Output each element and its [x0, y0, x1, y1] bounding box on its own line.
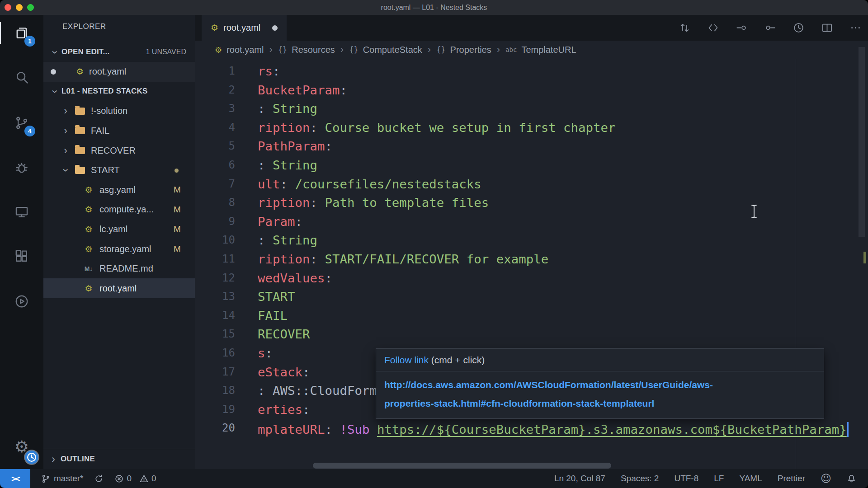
indentation-indicator[interactable]: Spaces: 2 — [621, 474, 659, 483]
line-number[interactable]: 9 — [195, 212, 235, 231]
code-line[interactable]: 13START — [195, 287, 868, 306]
line-number[interactable]: 17 — [195, 363, 235, 382]
line-number[interactable]: 6 — [195, 156, 235, 175]
line-number[interactable]: 7 — [195, 175, 235, 194]
close-button[interactable] — [5, 4, 11, 11]
split-editor-icon[interactable] — [821, 22, 833, 34]
tooltip-url-line[interactable]: properties-stack.html#cfn-cloudformation… — [384, 394, 816, 413]
code-line[interactable]: 20mplateURL: !Sub https://${CourseBucket… — [195, 419, 868, 438]
warning-count: 0 — [151, 474, 156, 483]
tree-file-asg-yaml[interactable]: ⚙asg.yamlM — [43, 180, 195, 200]
search-button[interactable] — [11, 66, 33, 88]
braces-icon: {} — [349, 45, 358, 54]
code-line[interactable]: 14FAIL — [195, 306, 868, 325]
zoom-button[interactable] — [27, 4, 34, 11]
tab-root-yaml[interactable]: ⚙ root.yaml — [202, 15, 287, 41]
code-line[interactable]: 8ription: Path to template files — [195, 193, 868, 212]
file-history-icon[interactable] — [793, 22, 805, 34]
traffic-lights — [5, 0, 34, 15]
angle-brackets-icon[interactable] — [707, 22, 719, 34]
eol-indicator[interactable]: LF — [714, 474, 724, 483]
breadcrumb-item[interactable]: ComputeStack — [363, 45, 422, 55]
tree-folder-recover[interactable]: ›RECOVER — [43, 141, 195, 160]
tree-folder-fail[interactable]: ›FAIL — [43, 121, 195, 141]
tree-file-storage-yaml[interactable]: ⚙storage.yamlM — [43, 239, 195, 259]
line-number[interactable]: 1 — [195, 62, 235, 81]
code-line[interactable]: 6: String — [195, 156, 868, 175]
vertical-scrollbar[interactable] — [859, 47, 865, 237]
item-label: lc.yaml — [99, 224, 127, 235]
breadcrumb-item[interactable]: TemplateURL — [521, 45, 576, 55]
next-change-icon[interactable] — [764, 22, 776, 34]
formatter-indicator[interactable]: Prettier — [778, 474, 805, 483]
code-line[interactable]: 15RECOVER — [195, 325, 868, 344]
code-line[interactable]: 4ription: Course bucket we setup in firs… — [195, 118, 868, 137]
previous-change-icon[interactable] — [736, 22, 748, 34]
line-number[interactable]: 12 — [195, 269, 235, 288]
remote-indicator[interactable]: >< — [0, 469, 30, 488]
git-branch-indicator[interactable]: master* — [41, 474, 83, 483]
status-right-items: Ln 20, Col 87Spaces: 2UTF-8LFYAMLPrettie… — [554, 474, 805, 483]
more-actions-icon[interactable] — [849, 22, 862, 34]
minimize-button[interactable] — [16, 4, 23, 11]
tree-file-lc-yaml[interactable]: ⚙lc.yamlM — [43, 219, 195, 239]
notifications-bell-icon[interactable] — [847, 474, 856, 483]
line-number[interactable]: 4 — [195, 118, 235, 137]
run-debug-button[interactable] — [11, 157, 33, 178]
open-editors-header[interactable]: ›OPEN EDIT...1 UNSAVED — [43, 42, 195, 62]
line-number[interactable]: 14 — [195, 306, 235, 325]
yaml-file-icon: ⚙ — [84, 284, 94, 293]
problems-indicator[interactable]: 0 0 — [114, 474, 156, 483]
line-number[interactable]: 19 — [195, 400, 235, 419]
line-number[interactable]: 16 — [195, 344, 235, 363]
remote-explorer-button[interactable] — [11, 201, 33, 223]
tree-file-root-yaml[interactable]: ⚙root.yaml — [43, 278, 195, 298]
line-number[interactable]: 18 — [195, 381, 235, 400]
extensions-icon — [14, 249, 29, 264]
explorer-button[interactable]: 1 — [11, 22, 33, 44]
tree-file-readme-md[interactable]: M↓README.md — [43, 259, 195, 279]
breadcrumb-item[interactable]: Properties — [450, 45, 491, 55]
source-control-button[interactable]: 4 — [11, 112, 33, 134]
tree-folder-start[interactable]: ›START — [43, 160, 195, 180]
code-line[interactable]: 7ult: /coursefiles/nestedstacks — [195, 175, 868, 194]
code-line[interactable]: 11ription: START/FAIL/RECOVER for exampl… — [195, 250, 868, 269]
code-line[interactable]: 2BucketParam: — [195, 81, 868, 100]
line-col-indicator[interactable]: Ln 20, Col 87 — [554, 474, 605, 483]
tree-file-compute-yaml[interactable]: ⚙compute.ya...M — [43, 200, 195, 220]
language-indicator[interactable]: YAML — [739, 474, 762, 483]
feedback-smiley-icon[interactable]: ☺ — [821, 474, 831, 484]
code-line[interactable]: 3: String — [195, 99, 868, 118]
sync-changes-button[interactable] — [94, 474, 104, 483]
line-number[interactable]: 8 — [195, 193, 235, 212]
extensions-button[interactable] — [11, 245, 33, 267]
tree-folder-solution[interactable]: ›!-solution — [43, 101, 195, 121]
settings-button[interactable]: ⚙ — [11, 436, 33, 458]
code-line[interactable]: 10: String — [195, 231, 868, 250]
tooltip-url-line[interactable]: http://docs.aws.amazon.com/AWSCloudForma… — [384, 375, 816, 394]
code-line[interactable]: 5PathParam: — [195, 137, 868, 156]
line-number[interactable]: 20 — [195, 419, 235, 438]
code-line[interactable]: 1rs: — [195, 62, 868, 81]
outline-section-header[interactable]: › OUTLINE — [43, 449, 195, 469]
template-url-link[interactable]: https://${CourseBucketParam}.s3.amazonaw… — [377, 422, 847, 436]
line-number[interactable]: 3 — [195, 99, 235, 118]
horizontal-scrollbar[interactable] — [313, 463, 611, 469]
line-number[interactable]: 2 — [195, 81, 235, 100]
line-number[interactable]: 11 — [195, 250, 235, 269]
line-number[interactable]: 13 — [195, 287, 235, 306]
tooltip-url[interactable]: http://docs.aws.amazon.com/AWSCloudForma… — [376, 371, 824, 418]
workspace-section-header[interactable]: ›L01 - NESTED STACKS — [43, 81, 195, 101]
line-number[interactable]: 5 — [195, 137, 235, 156]
encoding-indicator[interactable]: UTF-8 — [674, 474, 698, 483]
code-line[interactable]: 12wedValues: — [195, 269, 868, 288]
breadcrumb-item[interactable]: Resources — [292, 45, 335, 55]
breadcrumb-item[interactable]: root.yaml — [226, 45, 264, 55]
compare-changes-icon[interactable] — [679, 22, 691, 34]
follow-link[interactable]: Follow link — [384, 355, 429, 365]
play-view-button[interactable] — [11, 291, 33, 312]
line-number[interactable]: 15 — [195, 325, 235, 344]
open-editor-root-yaml[interactable]: ⚙root.yaml — [43, 62, 195, 82]
line-number[interactable]: 10 — [195, 231, 235, 250]
code-line[interactable]: 9Param: — [195, 212, 868, 231]
